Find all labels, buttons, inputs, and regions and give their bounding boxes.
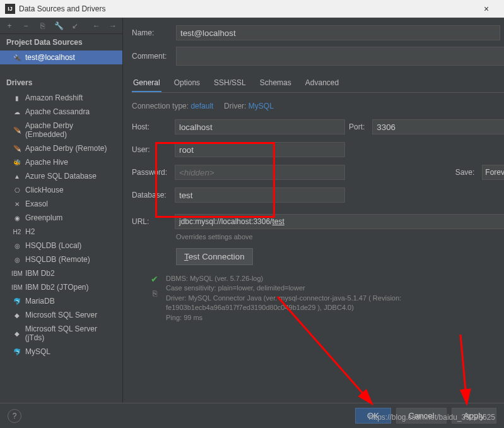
driver-label: Apache Cassandra [25,107,90,116]
tab-general[interactable]: General [132,74,161,92]
apply-button[interactable]: Apply [452,408,496,424]
comment-label: Comment: [132,52,176,61]
titlebar: IJ Data Sources and Drivers × [0,0,504,18]
override-text: Overrides settings above [176,233,504,241]
driver-label: Microsoft SQL Server (jTds) [25,324,116,342]
close-icon[interactable]: × [474,4,499,14]
datasource-icon: 🔌 [13,53,21,62]
name-input[interactable] [176,25,500,40]
drivers-header: Drivers [0,74,122,91]
driver-label: HSQLDB (Local) [25,241,81,250]
driver-icon: 🪶 [13,144,21,153]
driver-item[interactable]: 🪶Apache Derby (Remote) [0,141,122,155]
driver-item[interactable]: ⎔ClickHouse [0,183,122,197]
driver-item[interactable]: H2H2 [0,225,122,239]
remove-icon[interactable]: − [20,20,32,32]
driver-label: IBM Db2 (JTOpen) [25,283,88,292]
driver-item[interactable]: ▲Azure SQL Database [0,169,122,183]
driver-item[interactable]: ◆Microsoft SQL Server [0,308,122,322]
settings-icon[interactable]: 🔧 [53,20,64,32]
connection-type-row: Connection type: default Driver: MySQL [132,102,504,110]
driver-item[interactable]: ◆Microsoft SQL Server (jTds) [0,322,122,345]
password-label: Password: [132,168,171,177]
name-label: Name: [132,28,176,37]
driver-label: Amazon Redshift [25,93,83,102]
driver-item[interactable]: 🪶Apache Derby (Embedded) [0,119,122,141]
driver-label: IBM Db2 [25,269,55,278]
footer: ? OK Cancel Apply [0,403,504,428]
drivers-list: ▮Amazon Redshift☁Apache Cassandra🪶Apache… [0,91,122,403]
driver-label: Azure SQL Database [25,172,97,181]
driver-item[interactable]: ◉Greenplum [0,211,122,225]
sidebar: + − ⎘ 🔧 ↙ ← → Project Data Sources 🔌 tes… [0,18,123,403]
help-button[interactable]: ? [8,409,21,423]
driver-label: Exasol [25,199,48,208]
tab-ssh[interactable]: SSH/SSL [213,74,247,92]
driver-icon: ✕ [13,199,21,208]
info-driver: Driver: MySQL Connector Java (ver. mysql… [166,294,431,313]
driver-label: Apache Hive [25,158,68,167]
app-icon: IJ [5,4,15,14]
group-icon[interactable]: ↙ [69,20,81,32]
driver-item[interactable]: ◎HSQLDB (Local) [0,239,122,253]
password-input[interactable] [175,165,345,180]
conn-type-link[interactable]: default [190,102,213,110]
driver-item[interactable]: ☁Apache Cassandra [0,105,122,119]
datasource-label: test@localhost [25,53,75,62]
driver-icon: 🐬 [13,347,21,356]
window-title: Data Sources and Drivers [19,4,474,13]
test-connection-button[interactable]: Test Connection [176,248,253,265]
driver-icon: ◉ [13,213,21,222]
check-icon: ✔ [151,274,158,284]
driver-label: MariaDB [25,297,55,306]
host-input[interactable] [175,119,345,134]
driver-item[interactable]: IBMIBM Db2 (JTOpen) [0,280,122,294]
driver-item[interactable]: 🐝Apache Hive [0,155,122,169]
back-icon[interactable]: ← [91,20,102,32]
copy-info-icon[interactable]: ⎘ [153,289,157,298]
user-input[interactable] [175,142,345,157]
cancel-button[interactable]: Cancel [396,408,447,424]
url-label: URL: [132,217,171,226]
port-input[interactable] [372,119,504,134]
driver-label: MySQL [25,347,50,356]
save-select[interactable]: Forever▾ [482,165,504,180]
driver-icon: ☁ [13,107,21,116]
driver-icon: IBM [13,269,21,278]
tab-schemas[interactable]: Schemas [259,74,293,92]
connection-info: ✔ ⎘ DBMS: MySQL (ver. 5.7.26-log) Case s… [151,274,504,323]
driver-icon: ▲ [13,172,21,181]
database-input[interactable] [175,187,345,203]
user-label: User: [132,145,171,154]
datasource-item[interactable]: 🔌 test@localhost [0,51,122,64]
content-panel: Name: ⚙ Reset Comment: ⤢ General Options… [123,18,504,403]
driver-item[interactable]: ◎HSQLDB (Remote) [0,253,122,266]
tab-advanced[interactable]: Advanced [304,74,340,92]
driver-item[interactable]: ✕Exasol [0,197,122,211]
ok-button[interactable]: OK [355,408,391,424]
driver-item[interactable]: 🐬MySQL [0,345,122,359]
conn-type-label: Connection type: [132,102,189,110]
driver-icon: ◎ [13,241,21,250]
port-label: Port: [349,122,365,131]
driver-link[interactable]: MySQL [249,102,274,110]
forward-icon[interactable]: → [107,20,119,32]
copy-icon[interactable]: ⎘ [37,20,48,32]
comment-input[interactable]: ⤢ [176,47,504,66]
host-label: Host: [132,122,171,131]
add-icon[interactable]: + [4,20,15,32]
driver-item[interactable]: 🐬MariaDB [0,294,122,308]
driver-label: Microsoft SQL Server [25,311,97,319]
driver-item[interactable]: ▮Amazon Redshift [0,91,122,105]
save-label: Save: [455,168,475,177]
driver-icon: IBM [13,283,21,292]
driver-label: Driver: [224,102,246,110]
driver-item[interactable]: IBMIBM Db2 [0,266,122,280]
info-dbms: DBMS: MySQL (ver. 5.7.26-log) [166,274,431,283]
tab-options[interactable]: Options [173,74,201,92]
driver-label: Apache Derby (Remote) [25,144,107,153]
sidebar-toolbar: + − ⎘ 🔧 ↙ ← → [0,18,122,34]
driver-icon: ◎ [13,255,21,264]
url-input[interactable]: jdbc:mysql://localhost:3306/test [175,214,504,229]
driver-label: ClickHouse [25,186,64,194]
